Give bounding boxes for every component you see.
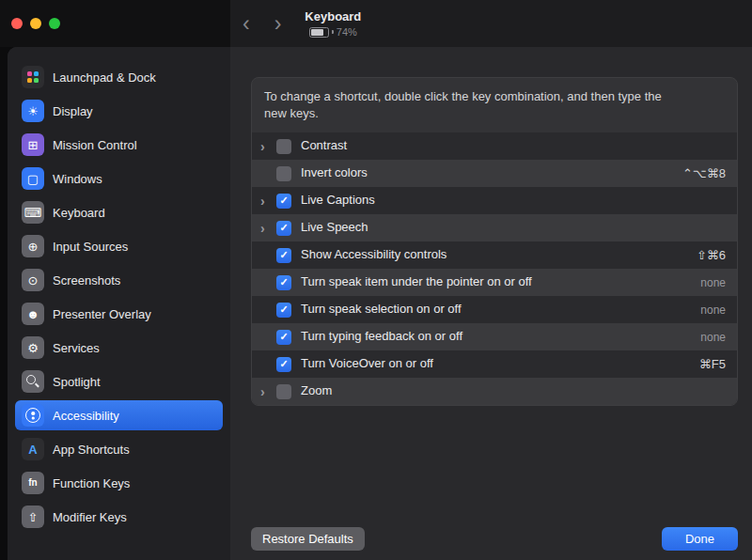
- checkbox-show-accessibility-controls[interactable]: ✓: [276, 248, 291, 263]
- shortcut-row-zoom[interactable]: ›Zoom: [252, 378, 737, 405]
- sidebar-item-accessibility[interactable]: Accessibility: [15, 400, 223, 430]
- presenter-overlay-glyph: ☻: [26, 308, 39, 320]
- shortcut-label: Invert colors: [301, 161, 682, 186]
- sidebar-item-spotlight[interactable]: Spotlight: [15, 366, 223, 397]
- page-title: Keyboard: [305, 9, 361, 23]
- sidebar-item-mission-control[interactable]: ⊞Mission Control: [15, 130, 223, 160]
- shortcut-row-live-captions[interactable]: ›✓Live Captions: [252, 187, 737, 214]
- toolbar: ‹ › Keyboard 74%: [230, 0, 752, 47]
- footer-buttons: Restore Defaults Done: [251, 520, 738, 554]
- services-icon: ⚙: [22, 336, 44, 359]
- services-glyph: ⚙: [27, 342, 39, 354]
- function-keys-icon: fn: [22, 472, 44, 494]
- screenshots-glyph: ⊙: [28, 274, 39, 287]
- sidebar-item-services[interactable]: ⚙Services: [15, 333, 223, 363]
- modifier-keys-icon: ⇧: [22, 506, 44, 528]
- checkbox-turn-typing-feedback-on-or-off[interactable]: ✓: [276, 330, 291, 345]
- checkbox-turn-speak-selection-on-or-off[interactable]: ✓: [276, 303, 291, 318]
- display-icon: ☀: [22, 100, 44, 122]
- shortcut-row-live-speech[interactable]: ›✓Live Speech: [252, 214, 737, 241]
- sidebar-item-label: Windows: [53, 172, 102, 186]
- disclosure-chevron-icon[interactable]: ›: [260, 194, 276, 208]
- sidebar-item-display[interactable]: ☀Display: [15, 96, 223, 126]
- function-keys-glyph: fn: [28, 478, 37, 488]
- minimize-window-icon[interactable]: [30, 18, 41, 29]
- titlebar: ‹ › Keyboard 74%: [0, 0, 752, 47]
- shortcut-label: Turn speak item under the pointer on or …: [301, 270, 700, 295]
- sidebar-item-launchpad-dock[interactable]: Launchpad & Dock: [15, 62, 223, 92]
- checkbox-live-speech[interactable]: ✓: [276, 221, 291, 236]
- shortcut-row-contrast[interactable]: ›Contrast: [252, 132, 737, 160]
- sidebar-item-windows[interactable]: ▢Windows: [15, 163, 223, 194]
- sidebar-item-label: Spotlight: [53, 375, 101, 389]
- shortcut-label: Turn VoiceOver on or off: [301, 351, 699, 377]
- title-block: Keyboard 74%: [305, 9, 361, 38]
- shortcut-label: Turn typing feedback on or off: [301, 324, 700, 350]
- shortcut-row-turn-voiceover-on-or-off[interactable]: ✓Turn VoiceOver on or off⌘F5: [252, 350, 737, 378]
- shortcut-content: To change a shortcut, double click the k…: [230, 47, 752, 560]
- input-sources-icon: ⊕: [22, 235, 44, 257]
- mission-control-icon: ⊞: [22, 133, 44, 156]
- shortcut-list-panel: To change a shortcut, double click the k…: [251, 77, 738, 406]
- shortcut-row-turn-speak-item-under-the-pointer-on-or-off[interactable]: ✓Turn speak item under the pointer on or…: [252, 269, 737, 296]
- checkbox-invert-colors[interactable]: [276, 166, 291, 181]
- done-button[interactable]: Done: [662, 527, 738, 551]
- sidebar-item-presenter-overlay[interactable]: ☻Presenter Overlay: [15, 299, 223, 329]
- shortcut-row-turn-typing-feedback-on-or-off[interactable]: ✓Turn typing feedback on or offnone: [252, 323, 737, 350]
- shortcut-label: Zoom: [301, 379, 713, 404]
- shortcut-label: Contrast: [301, 133, 713, 159]
- disclosure-chevron-icon[interactable]: ›: [260, 140, 276, 153]
- checkbox-live-captions[interactable]: ✓: [276, 194, 291, 209]
- sidebar-item-modifier-keys[interactable]: ⇧Modifier Keys: [15, 502, 223, 532]
- shortcut-label: Live Speech: [301, 215, 713, 241]
- display-glyph: ☀: [27, 105, 39, 117]
- shortcut-label: Live Captions: [301, 188, 713, 213]
- disclosure-chevron-icon[interactable]: ›: [260, 222, 276, 235]
- battery-icon: [309, 27, 329, 38]
- checkbox-zoom[interactable]: [276, 384, 291, 399]
- sidebar-item-label: Services: [53, 341, 100, 355]
- close-window-icon[interactable]: [11, 18, 23, 29]
- shortcut-row-turn-speak-selection-on-or-off[interactable]: ✓Turn speak selection on or offnone: [252, 296, 737, 323]
- shortcut-keys[interactable]: ⌃⌥⌘8: [682, 166, 726, 180]
- keyboard-glyph: ⌨: [24, 207, 42, 219]
- sidebar-item-input-sources[interactable]: ⊕Input Sources: [15, 231, 223, 261]
- checkbox-turn-voiceover-on-or-off[interactable]: ✓: [276, 357, 291, 372]
- checkbox-turn-speak-item-under-the-pointer-on-or-off[interactable]: ✓: [276, 275, 291, 290]
- shortcut-label: Show Accessibility controls: [301, 242, 697, 268]
- shortcut-row-show-accessibility-controls[interactable]: ✓Show Accessibility controls⇧⌘6: [252, 241, 737, 269]
- shortcut-rows: ›ContrastInvert colors⌃⌥⌘8›✓Live Caption…: [252, 132, 737, 405]
- sidebar-item-app-shortcuts[interactable]: AApp Shortcuts: [15, 434, 223, 464]
- restore-defaults-button[interactable]: Restore Defaults: [251, 527, 365, 551]
- shortcut-keys[interactable]: ⇧⌘6: [697, 248, 726, 262]
- sidebar-item-function-keys[interactable]: fnFunction Keys: [15, 468, 223, 498]
- shortcut-keys[interactable]: none: [700, 303, 726, 317]
- shortcut-row-invert-colors[interactable]: Invert colors⌃⌥⌘8: [252, 160, 737, 187]
- zoom-window-icon[interactable]: [49, 18, 60, 29]
- shortcut-keys[interactable]: none: [700, 331, 726, 344]
- sidebar-item-label: Launchpad & Dock: [53, 70, 156, 85]
- sidebar-item-label: Screenshots: [53, 273, 120, 288]
- modifier-keys-glyph: ⇧: [28, 511, 39, 523]
- sidebar-item-label: Modifier Keys: [53, 510, 127, 524]
- checkbox-contrast[interactable]: [276, 139, 291, 154]
- keyboard-shortcuts-sheet: Launchpad & Dock☀Display⊞Mission Control…: [8, 47, 752, 560]
- sidebar-item-label: Keyboard: [53, 206, 105, 220]
- shortcut-keys[interactable]: ⌘F5: [699, 357, 726, 371]
- sidebar-item-screenshots[interactable]: ⊙Screenshots: [15, 265, 223, 295]
- sidebar-item-label: App Shortcuts: [53, 443, 130, 457]
- battery-status: 74%: [309, 26, 357, 38]
- screenshots-icon: ⊙: [22, 269, 44, 291]
- accessibility-icon: [22, 404, 44, 427]
- windows-glyph: ▢: [27, 173, 39, 185]
- sidebar-item-label: Function Keys: [53, 476, 130, 490]
- app-shortcuts-icon: A: [22, 438, 44, 460]
- shortcut-keys[interactable]: none: [700, 276, 726, 289]
- battery-cap-icon: [332, 30, 334, 34]
- mission-control-glyph: ⊞: [28, 139, 39, 151]
- sidebar-item-keyboard[interactable]: ⌨Keyboard: [15, 197, 223, 227]
- forward-chevron-icon[interactable]: ›: [262, 13, 294, 35]
- back-chevron-icon[interactable]: ‹: [230, 13, 262, 35]
- sidebar-item-label: Presenter Overlay: [53, 307, 151, 321]
- disclosure-chevron-icon[interactable]: ›: [260, 385, 276, 398]
